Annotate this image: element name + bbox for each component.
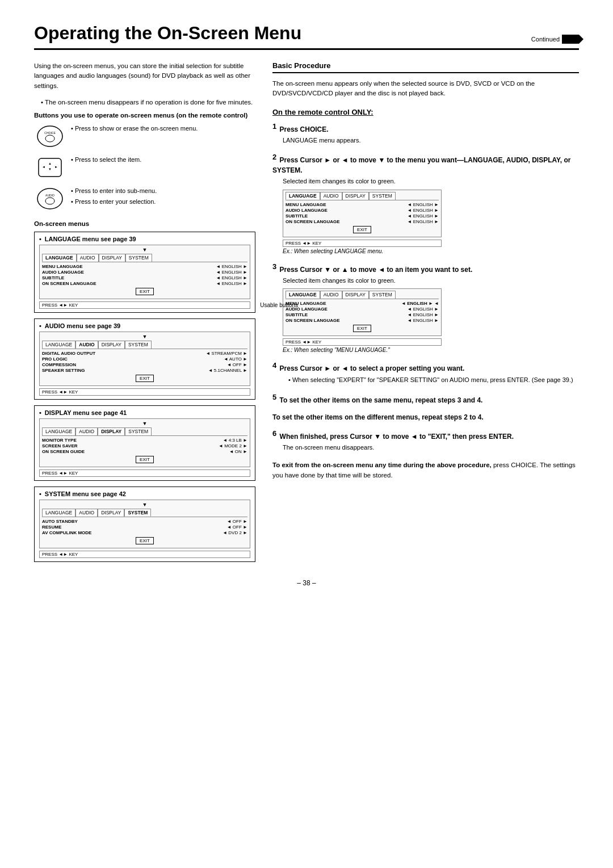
step2-menu-screen: LANGUAGE AUDIO DISPLAY SYSTEM MENU LANGU… bbox=[283, 190, 442, 237]
tab-language-3: LANGUAGE bbox=[42, 427, 75, 435]
svg-point-10 bbox=[45, 198, 54, 204]
audio-menu-box: •AUDIO menu see page 39 ▼ LANGUAGE AUDIO… bbox=[34, 318, 255, 400]
audio-button-icon: AUDIO bbox=[34, 186, 65, 211]
continued-label: Continued bbox=[531, 35, 579, 44]
step-6: 6 When finished, press Cursor ▼ to move … bbox=[272, 429, 579, 452]
step-1: 1 Press CHOICE. LANGUAGE menu appears. bbox=[272, 122, 579, 145]
page-header: Operating the On-Screen Menu Continued bbox=[34, 23, 579, 50]
step-2-menu-diagram: LANGUAGE AUDIO DISPLAY SYSTEM MENU LANGU… bbox=[283, 190, 442, 247]
usable-buttons-label: Usable buttons bbox=[260, 302, 298, 308]
remote-row-2: ▲ ▼ ◄ ► • Press to select the item. bbox=[34, 154, 255, 180]
tab-display-3: DISPLAY bbox=[98, 427, 125, 435]
tab-audio-4: AUDIO bbox=[75, 509, 98, 517]
step-4: 4 Press Cursor ► or ◄ to select a proper… bbox=[272, 361, 579, 385]
svg-text:CHOICE: CHOICE bbox=[44, 131, 56, 135]
basic-procedure-desc: The on-screen menu appears only when the… bbox=[272, 79, 579, 99]
language-menu-screen: ▼ LANGUAGE AUDIO DISPLAY SYSTEM MENU LAN… bbox=[39, 245, 250, 299]
step-2-ex-note: Ex.: When selecting LANGUAGE menu. bbox=[283, 248, 579, 254]
step-3: 3 Press Cursor ▼ or ▲ to move ◄ to an it… bbox=[272, 262, 579, 354]
step-5: 5 To set the other items on the same men… bbox=[272, 393, 579, 405]
intro-bullet: • The on-screen menu disappears if no op… bbox=[41, 98, 255, 107]
tab-display-4: DISPLAY bbox=[98, 509, 124, 517]
step-2-text: Press Cursor ► or ◄ to move ▼ to the men… bbox=[272, 156, 570, 174]
audio-menu-title: •AUDIO menu see page 39 bbox=[39, 322, 250, 329]
on-screen-menus-section: On-screen menus •LANGUAGE menu see page … bbox=[34, 220, 255, 562]
left-column: Using the on-screen menus, you can store… bbox=[34, 61, 255, 568]
page-title: Operating the On-Screen Menu bbox=[34, 23, 301, 44]
svg-text:AUDIO: AUDIO bbox=[45, 194, 54, 197]
press-key-bar-4: PRESS ◄► KEY bbox=[39, 551, 250, 558]
step-4-bullet: • When selecting "EXPERT" for "SPEAKER S… bbox=[288, 375, 579, 385]
basic-procedure-title: Basic Procedure bbox=[272, 61, 579, 73]
svg-text:▲: ▲ bbox=[48, 162, 52, 165]
remote-bullets-3: • Press to enter into sub-menu.• Press t… bbox=[71, 186, 157, 207]
svg-text:▼: ▼ bbox=[48, 167, 52, 171]
tab-display: DISPLAY bbox=[99, 254, 125, 262]
tab-audio-2: AUDIO bbox=[75, 341, 98, 349]
tab-system-2: SYSTEM bbox=[125, 341, 152, 349]
step-6-text: When finished, press Cursor ▼ to move ◄ … bbox=[280, 433, 514, 441]
press-key-bar-3: PRESS ◄► KEY bbox=[39, 469, 250, 477]
display-menu-screen: ▼ LANGUAGE AUDIO DISPLAY SYSTEM MONITOR … bbox=[39, 418, 250, 467]
tab-language-4: LANGUAGE bbox=[42, 509, 75, 517]
display-menu-box: •DISPLAY menu see page 41 ▼ LANGUAGE AUD… bbox=[34, 405, 255, 481]
svg-point-8 bbox=[37, 188, 62, 209]
system-menu-title: •SYSTEM menu see page 42 bbox=[39, 490, 250, 497]
continued-arrow bbox=[562, 35, 579, 44]
intro-paragraph: Using the on-screen menus, you can store… bbox=[34, 61, 255, 91]
different-menus-note: To set the other items on the different … bbox=[272, 413, 579, 421]
step-6-num: 6 bbox=[272, 429, 276, 438]
tab-audio: AUDIO bbox=[77, 254, 99, 262]
bottom-note: To exit from the on-screen menu any time… bbox=[272, 460, 579, 481]
step-2: 2 Press Cursor ► or ◄ to move ▼ to the m… bbox=[272, 153, 579, 254]
step3-press-key: PRESS ◄► KEY bbox=[283, 338, 442, 346]
tab-language: LANGUAGE bbox=[42, 254, 77, 262]
step-3-sub: Selected item changes its color to green… bbox=[283, 276, 579, 286]
step-3-menu-diagram: LANGUAGE AUDIO DISPLAY SYSTEM MENU LANGU… bbox=[283, 288, 442, 346]
svg-text:►: ► bbox=[54, 165, 58, 169]
main-content: Using the on-screen menus, you can store… bbox=[34, 61, 579, 568]
svg-text:◄: ◄ bbox=[42, 165, 45, 169]
system-menu-screen: ▼ LANGUAGE AUDIO DISPLAY SYSTEM AUTO STA… bbox=[39, 500, 250, 548]
step-4-text: Press Cursor ► or ◄ to select a proper s… bbox=[280, 364, 465, 372]
tab-language-2: LANGUAGE bbox=[42, 341, 75, 349]
step3-menu-screen: LANGUAGE AUDIO DISPLAY SYSTEM MENU LANGU… bbox=[283, 288, 442, 336]
step-2-sub: Selected item changes its color to green… bbox=[283, 177, 579, 186]
tab-display-2: DISPLAY bbox=[98, 341, 125, 349]
language-menu-box: •LANGUAGE menu see page 39 ▼ LANGUAGE AU… bbox=[34, 232, 255, 313]
tab-system: SYSTEM bbox=[125, 254, 152, 262]
on-remote-title: On the remote control ONLY: bbox=[272, 108, 579, 116]
remote-buttons-section: Buttons you use to operate on-screen men… bbox=[34, 112, 255, 211]
choice-button-icon: CHOICE bbox=[34, 123, 65, 149]
step-1-text: Press CHOICE. bbox=[280, 125, 329, 133]
step-5-num: 5 bbox=[272, 393, 276, 401]
step-4-num: 4 bbox=[272, 361, 276, 370]
step-6-sub: The on-screen menu disappears. bbox=[283, 443, 579, 452]
remote-bullets-2: • Press to select the item. bbox=[71, 154, 141, 165]
svg-point-0 bbox=[37, 126, 62, 146]
remote-row-3: AUDIO • Press to enter into sub-menu.• P… bbox=[34, 186, 255, 211]
display-menu-title: •DISPLAY menu see page 41 bbox=[39, 409, 250, 416]
tab-system-3: SYSTEM bbox=[125, 427, 152, 435]
tab-audio-3: AUDIO bbox=[75, 427, 98, 435]
step-2-num: 2 bbox=[272, 153, 276, 161]
audio-menu-screen: ▼ LANGUAGE AUDIO DISPLAY SYSTEM DIGITAL … bbox=[39, 332, 250, 386]
remote-bullets-1: • Press to show or erase the on-screen m… bbox=[71, 123, 198, 134]
tab-system-4: SYSTEM bbox=[124, 509, 151, 517]
language-menu-title: •LANGUAGE menu see page 39 bbox=[39, 236, 250, 242]
step-3-num: 3 bbox=[272, 262, 276, 271]
step2-press-key: PRESS ◄► KEY bbox=[283, 240, 442, 247]
on-screen-menus-title: On-screen menus bbox=[34, 220, 255, 227]
step-1-num: 1 bbox=[272, 122, 276, 131]
press-key-bar-1: PRESS ◄► KEY Usable buttons bbox=[39, 301, 250, 309]
step-1-sub: LANGUAGE menu appears. bbox=[283, 136, 579, 145]
svg-point-2 bbox=[45, 135, 54, 142]
system-menu-box: •SYSTEM menu see page 42 ▼ LANGUAGE AUDI… bbox=[34, 487, 255, 562]
page-number: – 38 – bbox=[34, 579, 579, 587]
remote-row-1: CHOICE • Press to show or erase the on-s… bbox=[34, 123, 255, 149]
remote-section-heading: Buttons you use to operate on-screen men… bbox=[34, 112, 255, 119]
press-key-bar-2: PRESS ◄► KEY bbox=[39, 388, 250, 396]
step-3-ex-note: Ex.: When selecting "MENU LANGUAGE." bbox=[283, 347, 579, 353]
step-3-text: Press Cursor ▼ or ▲ to move ◄ to an item… bbox=[280, 266, 473, 274]
step-5-text: To set the other items on the same menu,… bbox=[280, 396, 483, 404]
